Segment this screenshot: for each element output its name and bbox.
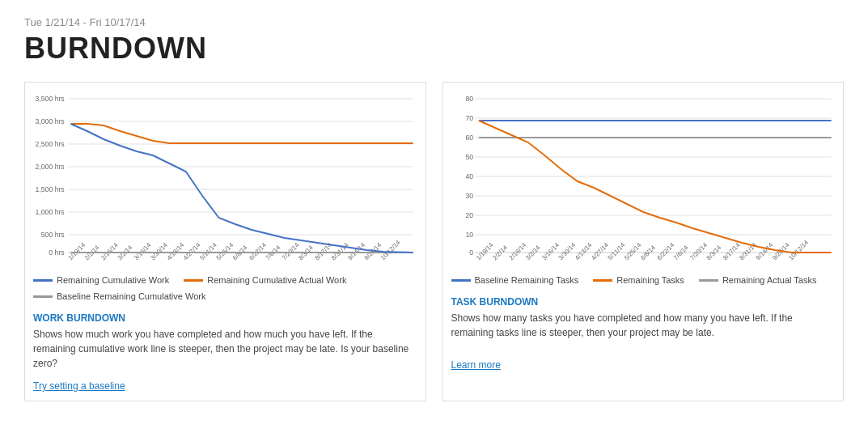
svg-text:40: 40 <box>465 172 473 180</box>
svg-text:80: 80 <box>465 95 473 103</box>
svg-text:3/16/14: 3/16/14 <box>540 241 561 262</box>
svg-text:3,000 hrs: 3,000 hrs <box>35 117 65 125</box>
svg-text:10: 10 <box>465 231 473 239</box>
svg-text:1/19/14: 1/19/14 <box>67 241 87 262</box>
task-chart-legend: Baseline Remaining Tasks Remaining Tasks… <box>451 275 836 285</box>
task-legend-label-2: Remaining Tasks <box>616 275 684 285</box>
svg-text:2,500 hrs: 2,500 hrs <box>35 140 65 148</box>
work-section-title: WORK BURNDOWN <box>33 312 417 324</box>
svg-text:0 hrs: 0 hrs <box>49 248 65 257</box>
svg-text:3/30/14: 3/30/14 <box>557 241 577 262</box>
task-legend-label-1: Baseline Remaining Tasks <box>475 275 579 285</box>
svg-text:4/27/14: 4/27/14 <box>182 241 202 262</box>
svg-text:7/20/14: 7/20/14 <box>688 241 709 262</box>
svg-text:2,000 hrs: 2,000 hrs <box>35 163 65 171</box>
try-setting-baseline-link[interactable]: Try setting a baseline <box>33 380 125 392</box>
svg-text:5/11/14: 5/11/14 <box>198 241 218 262</box>
svg-text:5/25/14: 5/25/14 <box>623 241 643 262</box>
page-title: BURNDOWN <box>24 32 844 66</box>
work-legend-label-3: Baseline Remaining Cumulative Work <box>57 291 205 301</box>
svg-text:4/13/14: 4/13/14 <box>166 241 186 262</box>
svg-text:1/19/14: 1/19/14 <box>475 241 495 262</box>
svg-text:4/13/14: 4/13/14 <box>574 241 594 262</box>
svg-text:3,500 hrs: 3,500 hrs <box>35 95 65 103</box>
work-chart-legend: Remaining Cumulative Work Remaining Cumu… <box>33 275 417 301</box>
task-chart-area: 80 70 60 50 40 30 20 10 0 1/19/14 2/2/14… <box>451 91 836 269</box>
svg-text:2/16/14: 2/16/14 <box>507 241 527 262</box>
svg-text:9/14/14: 9/14/14 <box>754 241 774 262</box>
work-legend-label-1: Remaining Cumulative Work <box>57 275 169 285</box>
svg-text:30: 30 <box>465 192 473 200</box>
svg-text:1,000 hrs: 1,000 hrs <box>35 208 65 216</box>
svg-text:70: 70 <box>465 114 473 122</box>
svg-text:5/25/14: 5/25/14 <box>215 241 235 262</box>
svg-text:500 hrs: 500 hrs <box>41 231 66 239</box>
work-description: Shows how much work you have completed a… <box>33 327 417 371</box>
svg-text:9/14/14: 9/14/14 <box>346 241 366 262</box>
svg-text:6/22/14: 6/22/14 <box>248 241 268 262</box>
work-legend-label-2: Remaining Cumulative Actual Work <box>207 275 346 285</box>
svg-text:5/11/14: 5/11/14 <box>606 241 626 262</box>
svg-text:2/16/14: 2/16/14 <box>100 241 120 262</box>
svg-text:1,500 hrs: 1,500 hrs <box>35 185 65 193</box>
svg-text:0: 0 <box>469 248 473 257</box>
task-burndown-panel: 80 70 60 50 40 30 20 10 0 1/19/14 2/2/14… <box>442 82 845 401</box>
learn-more-link[interactable]: Learn more <box>451 359 501 371</box>
svg-text:4/27/14: 4/27/14 <box>590 241 610 262</box>
task-section-title: TASK BURNDOWN <box>451 296 836 308</box>
svg-text:8/31/14: 8/31/14 <box>330 241 350 262</box>
svg-text:10/12/14: 10/12/14 <box>379 239 402 262</box>
svg-text:3/16/14: 3/16/14 <box>133 241 153 262</box>
task-description: Shows how many tasks you have completed … <box>451 311 836 350</box>
work-chart-area: 3,500 hrs 3,000 hrs 2,500 hrs 2,000 hrs … <box>33 91 417 269</box>
task-legend-label-3: Remaining Actual Tasks <box>722 275 817 285</box>
work-burndown-panel: 3,500 hrs 3,000 hrs 2,500 hrs 2,000 hrs … <box>24 82 426 401</box>
svg-text:6/22/14: 6/22/14 <box>655 241 675 262</box>
svg-text:20: 20 <box>465 211 473 219</box>
svg-text:3/30/14: 3/30/14 <box>149 241 169 262</box>
svg-text:10/12/14: 10/12/14 <box>787 239 810 262</box>
date-range: Tue 1/21/14 - Fri 10/17/14 <box>24 16 844 28</box>
svg-text:8/17/14: 8/17/14 <box>722 241 742 262</box>
svg-text:60: 60 <box>465 134 473 142</box>
svg-text:7/20/14: 7/20/14 <box>281 241 301 262</box>
svg-text:50: 50 <box>465 153 473 161</box>
